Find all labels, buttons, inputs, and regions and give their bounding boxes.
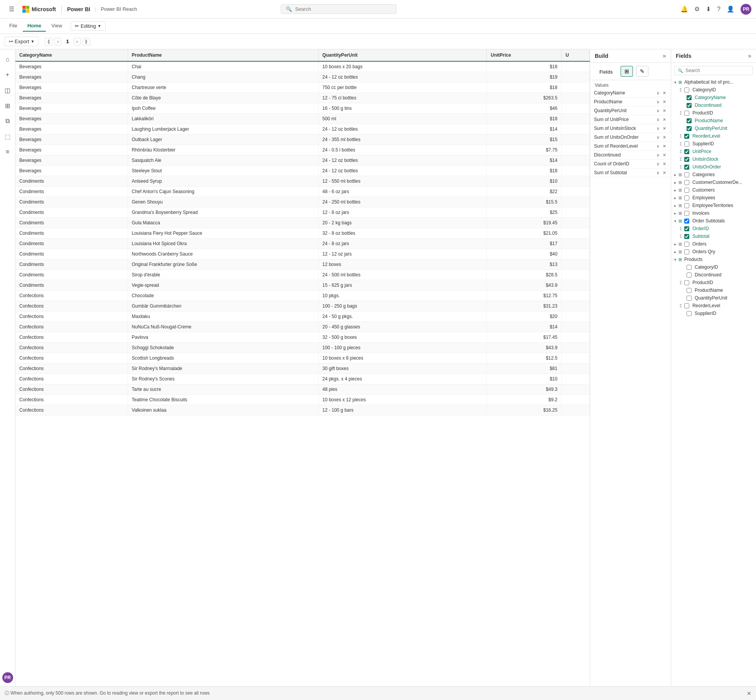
fields-tree-field[interactable]: QuantityPerUnit xyxy=(671,294,756,302)
fields-search-input[interactable] xyxy=(685,68,749,73)
value-sort-button[interactable]: ∨ xyxy=(656,162,660,167)
build-value-item[interactable]: Discontinued ∨ ✕ xyxy=(590,151,671,160)
sidebar-layers-icon[interactable]: ◫ xyxy=(1,83,15,97)
tree-checkbox[interactable] xyxy=(684,249,689,254)
field-checkbox[interactable] xyxy=(684,111,689,116)
fields-tree-field[interactable]: Σ ProductID xyxy=(671,279,756,286)
build-value-item[interactable]: Sum of ReorderLevel ∨ ✕ xyxy=(590,142,671,151)
value-sort-button[interactable]: ∨ xyxy=(656,117,660,122)
fields-tree-field[interactable]: Σ CategoryID xyxy=(671,86,756,94)
fields-tree-field[interactable]: Σ ReorderLevel xyxy=(671,132,756,140)
fields-tree-group[interactable]: ▾ ⊞ Alphabetical list of pro... xyxy=(671,78,756,86)
sidebar-bookmark-icon[interactable]: ⧉ xyxy=(1,114,15,128)
download-icon[interactable]: ⬇ xyxy=(706,5,711,13)
next-page-button[interactable]: › xyxy=(74,38,81,45)
field-checkbox[interactable] xyxy=(687,288,692,293)
tab-file[interactable]: File xyxy=(5,20,22,32)
field-checkbox[interactable] xyxy=(687,103,692,108)
field-checkbox[interactable] xyxy=(687,296,692,301)
field-checkbox[interactable] xyxy=(684,280,689,285)
fields-tree-field[interactable]: Discontinued xyxy=(671,101,756,109)
value-remove-button[interactable]: ✕ xyxy=(662,99,667,104)
build-value-item[interactable]: Sum of Subtotal ∨ ✕ xyxy=(590,168,671,177)
value-sort-button[interactable]: ∨ xyxy=(656,170,660,175)
field-checkbox[interactable] xyxy=(684,134,689,139)
value-remove-button[interactable]: ✕ xyxy=(662,91,667,96)
sidebar-add-icon[interactable]: + xyxy=(1,68,15,82)
fields-tree-field[interactable]: Σ OrderID xyxy=(671,225,756,232)
tree-checkbox[interactable] xyxy=(684,188,689,193)
value-remove-button[interactable]: ✕ xyxy=(662,135,667,140)
value-sort-button[interactable]: ∨ xyxy=(656,153,660,158)
sidebar-list-icon[interactable]: ≡ xyxy=(1,145,15,159)
value-remove-button[interactable]: ✕ xyxy=(662,144,667,149)
field-checkbox[interactable] xyxy=(687,273,692,278)
settings-icon[interactable]: ⚙ xyxy=(694,5,700,13)
value-remove-button[interactable]: ✕ xyxy=(662,162,667,167)
col-header-price[interactable]: UnitPrice xyxy=(487,49,562,61)
fields-tree-field[interactable]: CategoryName xyxy=(671,94,756,101)
tree-checkbox[interactable] xyxy=(684,172,689,177)
fields-tree-table[interactable]: ▸ ⊞ EmployeeTerritories xyxy=(671,202,756,209)
field-checkbox[interactable] xyxy=(684,234,689,239)
help-icon[interactable]: ? xyxy=(717,6,721,13)
fields-tree-field[interactable]: Σ UnitPrice xyxy=(671,148,756,155)
col-header-u[interactable]: U xyxy=(562,49,590,61)
field-checkbox[interactable] xyxy=(687,311,692,316)
col-header-category[interactable]: CategoryName xyxy=(15,49,128,61)
last-page-button[interactable]: ⟫ xyxy=(82,38,90,45)
value-sort-button[interactable]: ∨ xyxy=(656,144,660,149)
tree-checkbox[interactable] xyxy=(684,242,689,247)
value-sort-button[interactable]: ∨ xyxy=(656,135,660,140)
field-checkbox[interactable] xyxy=(684,88,689,93)
fields-panel-expand[interactable]: » xyxy=(748,52,751,59)
user-icon[interactable]: 👤 xyxy=(727,5,734,13)
field-checkbox[interactable] xyxy=(684,303,689,308)
fields-tree-field[interactable]: Σ Subtotal xyxy=(671,232,756,240)
value-sort-button[interactable]: ∨ xyxy=(656,126,660,131)
build-table-icon[interactable]: ⊞ xyxy=(621,66,633,77)
value-remove-button[interactable]: ✕ xyxy=(662,126,667,131)
bell-icon[interactable]: 🔔 xyxy=(680,5,688,13)
build-value-item[interactable]: QuantityPerUnit ∨ ✕ xyxy=(590,106,671,115)
tree-checkbox[interactable] xyxy=(684,195,689,200)
field-checkbox[interactable] xyxy=(684,157,689,162)
tree-checkbox[interactable] xyxy=(684,203,689,208)
fields-tree-field[interactable]: QuantityPerUnit xyxy=(671,125,756,132)
field-checkbox[interactable] xyxy=(687,118,692,123)
fields-tree-field[interactable]: ProductName xyxy=(671,117,756,125)
tab-home[interactable]: Home xyxy=(23,20,46,32)
fields-tree-table[interactable]: ▸ ⊞ Orders xyxy=(671,240,756,248)
fields-tree-field[interactable]: Σ ProductID xyxy=(671,109,756,117)
fields-tree-field[interactable]: SupplierID xyxy=(671,310,756,317)
fields-tree-field[interactable]: Discontinued xyxy=(671,271,756,279)
fields-tree-table[interactable]: ▸ ⊞ Employees xyxy=(671,194,756,202)
value-remove-button[interactable]: ✕ xyxy=(662,153,667,158)
table-container[interactable]: CategoryName ProductName QuantityPerUnit… xyxy=(15,49,590,686)
fields-tree-table[interactable]: ▸ ⊞ Categories xyxy=(671,171,756,178)
first-page-button[interactable]: ⟪ xyxy=(45,38,53,45)
prev-page-button[interactable]: ‹ xyxy=(54,38,61,45)
editing-button[interactable]: ✏ Editing ▼ xyxy=(71,21,106,31)
tree-checkbox[interactable] xyxy=(684,219,689,224)
hamburger-icon[interactable]: ☰ xyxy=(5,2,19,16)
field-checkbox[interactable] xyxy=(687,95,692,100)
sidebar-grid-icon[interactable]: ⊞ xyxy=(1,99,15,113)
search-input[interactable] xyxy=(295,6,392,12)
value-sort-button[interactable]: ∨ xyxy=(656,91,660,96)
export-button[interactable]: ↦ Export ▼ xyxy=(5,37,39,46)
fields-tree-field[interactable]: CategoryID xyxy=(671,263,756,271)
tab-view[interactable]: View xyxy=(47,20,67,32)
value-sort-button[interactable]: ∨ xyxy=(656,99,660,104)
fields-search[interactable]: 🔍 xyxy=(674,66,753,75)
fields-tree-field[interactable]: ProductName xyxy=(671,286,756,294)
sidebar-home-icon[interactable]: ⌂ xyxy=(1,52,15,66)
build-value-item[interactable]: Sum of UnitsOnOrder ∨ ✕ xyxy=(590,133,671,142)
sidebar-avatar[interactable]: PR xyxy=(2,672,13,683)
value-remove-button[interactable]: ✕ xyxy=(662,117,667,122)
build-value-item[interactable]: Sum of UnitsInStock ∨ ✕ xyxy=(590,124,671,133)
tree-checkbox[interactable] xyxy=(684,211,689,216)
fields-tree-table[interactable]: ▸ ⊞ Orders Qry xyxy=(671,248,756,256)
fields-tree-field[interactable]: Σ UnitsInStock xyxy=(671,155,756,163)
fields-tree-field[interactable]: Σ SupplierID xyxy=(671,140,756,148)
